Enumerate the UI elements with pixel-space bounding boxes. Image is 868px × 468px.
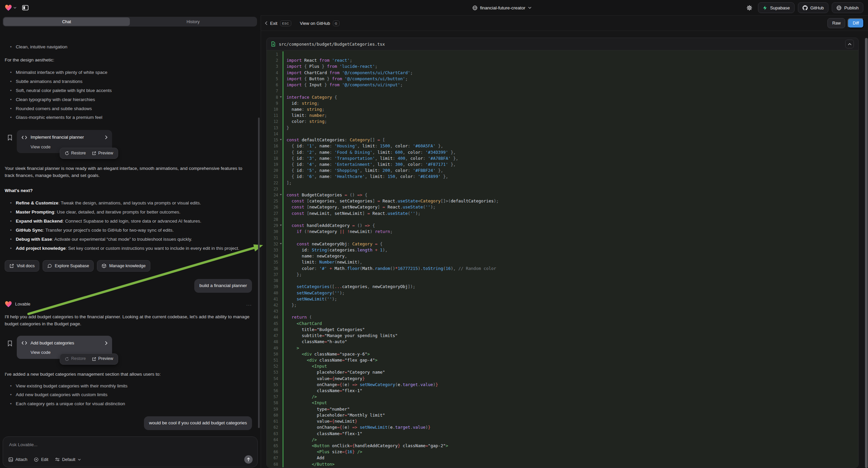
chat-message-list[interactable]: Clean, intuitive navigation For the desi… [0, 28, 258, 436]
github-icon [803, 5, 808, 10]
code-line: 20 { id: '5', name: 'Shopping', limit: 2… [267, 168, 858, 174]
list-item: Each category gets a unique color for vi… [16, 401, 252, 408]
code-line: 40 setNewCategory(''); [267, 290, 858, 296]
tab-chat[interactable]: Chat [3, 18, 130, 26]
message-menu-button[interactable]: ... [246, 301, 252, 308]
code-line: 17 { id: '2', name: 'Food & Dining', lim… [267, 149, 858, 155]
fold-chevron-icon[interactable] [280, 225, 282, 226]
code-line: 13} [267, 125, 858, 131]
code-line: 27 const [newLimit, setNewLimit] = React… [267, 210, 858, 216]
code-editor[interactable]: 12import React from 'react';3import { Pl… [267, 50, 858, 467]
code-panel: Exit ESC View on GitHub G Raw Diff src/c… [261, 16, 868, 468]
attach-button[interactable]: Attach [8, 457, 27, 462]
fold-chevron-icon[interactable] [280, 194, 282, 195]
bookmark-icon[interactable] [7, 341, 12, 347]
project-switcher[interactable]: financial-future-creator [260, 5, 744, 10]
version-card-add-budget-categories[interactable]: Add budget categories View code Restore … [17, 336, 112, 359]
code-line: 30 if (!newCategory || !newLimit) return… [267, 229, 858, 235]
image-icon [8, 457, 13, 462]
preview-button[interactable]: Preview [92, 355, 113, 362]
visit-docs-button[interactable]: Visit docs [5, 260, 39, 272]
collapse-file-button[interactable] [845, 39, 854, 48]
code-line: 63 className="flex-1" [267, 431, 858, 437]
send-button[interactable] [244, 455, 253, 464]
version-card-implement-financial-planner[interactable]: Implement financial planner View code Re… [17, 130, 112, 153]
user-message: build a financial planner [194, 279, 252, 293]
external-link-icon [9, 264, 14, 268]
list-item: Debug with Ease: Activate our experiment… [16, 236, 252, 243]
code-line: 64 /> [267, 437, 858, 443]
assistant-paragraph: I'll help you add budget categories to t… [5, 314, 252, 328]
code-line: 33 id: String(categories.length + 1), [267, 247, 858, 253]
code-scrollbar[interactable] [865, 38, 868, 468]
publish-button[interactable]: Publish [832, 2, 863, 13]
raw-toggle-button[interactable]: Raw [828, 18, 845, 28]
whats-next-heading: What's next? [5, 187, 252, 195]
code-line: 68 </Button> [267, 461, 858, 467]
code-line: 61 value={newLimit} [267, 418, 858, 425]
arrow-up-icon [247, 458, 250, 462]
diff-toggle-button[interactable]: Diff [847, 18, 864, 28]
top-bar: financial-future-creator Supabase GitHub [0, 0, 868, 16]
restore-button[interactable]: Restore [65, 150, 86, 156]
list-item: Minimalist interface with plenty of whit… [16, 69, 252, 76]
code-line: 35 limit: Number(newLimit), [267, 259, 858, 265]
tab-history[interactable]: History [130, 18, 256, 26]
target-icon [34, 457, 39, 462]
code-line: 65 <Button onClick={handleAddCategory} c… [267, 443, 858, 449]
list-item: Glass-morphic elements for a premium fee… [16, 114, 252, 121]
code-line: 42 }; [267, 302, 858, 308]
supabase-button[interactable]: Supabase [758, 2, 795, 13]
code-line: 59 type="number" [267, 406, 858, 412]
code-line: 22]; [267, 180, 858, 186]
manage-knowledge-button[interactable]: Manage knowledge [97, 260, 150, 272]
user-message: would be cool if you could add budget ca… [144, 416, 252, 430]
code-line: 23 [267, 186, 858, 192]
model-selector[interactable]: Default [55, 457, 81, 462]
edit-mode-button[interactable]: Edit [34, 457, 48, 462]
fold-chevron-icon[interactable] [280, 139, 282, 140]
code-line: 32 const newCategoryObj: Category = { [267, 241, 858, 247]
bookmark-icon[interactable] [7, 135, 12, 141]
chevron-right-icon [105, 341, 107, 345]
code-icon [22, 341, 27, 345]
sidebar-toggle-icon[interactable] [20, 2, 31, 13]
file-card-header[interactable]: src/components/budget/BudgetCategories.t… [267, 38, 858, 50]
chat-scrollbar[interactable] [258, 117, 260, 428]
code-line: 21 { id: '6', name: 'Healthcare', limit:… [267, 174, 858, 180]
restore-button[interactable]: Restore [65, 355, 86, 362]
explore-supabase-button[interactable]: Explore Supabase [42, 260, 94, 272]
preview-button[interactable]: Preview [92, 150, 113, 156]
code-line: 49 > [267, 345, 858, 351]
code-line: 4import ChartCard from '@/components/ui/… [267, 70, 858, 76]
code-line: 7 [267, 88, 858, 94]
list-item: Master Prompting: Use clear, detailed, a… [16, 209, 252, 216]
code-line: 8interface Category { [267, 94, 858, 100]
github-button[interactable]: GitHub [798, 2, 829, 13]
code-line: 56 className="flex-1" [267, 388, 858, 394]
code-icon [22, 136, 27, 139]
restore-icon [65, 151, 69, 155]
code-line: 60 placeholder="Monthly limit" [267, 412, 858, 418]
assistant-header: Lovable ... [5, 301, 252, 308]
settings-button[interactable] [744, 2, 754, 13]
lovable-logo-icon[interactable] [5, 4, 17, 11]
code-line: 15const defaultCategories: Category[] = … [267, 137, 858, 143]
version-actions: Restore Preview [60, 353, 118, 364]
code-line: 48 className="h-auto" [267, 339, 858, 345]
view-on-github-button[interactable]: View on GitHub G [300, 21, 340, 26]
fold-chevron-icon[interactable] [280, 243, 282, 244]
code-line: 57 /> [267, 394, 858, 400]
added-features-list: View existing budget categories with the… [5, 383, 252, 408]
code-line: 2import React from 'react'; [267, 57, 858, 63]
fold-chevron-icon[interactable] [280, 96, 282, 98]
file-added-icon [271, 41, 276, 47]
exit-button[interactable]: Exit ESC [265, 21, 291, 26]
chevron-down-icon [78, 459, 81, 461]
code-line: 31 [267, 235, 858, 241]
esc-key-badge: ESC [280, 21, 291, 26]
assistant-name: Lovable [15, 301, 31, 308]
list-item: Add new budget categories with custom li… [16, 391, 252, 399]
chat-history-tabs: Chat History [3, 17, 257, 27]
chat-composer[interactable]: Ask Lovable... Attach Edit Default [3, 436, 258, 467]
